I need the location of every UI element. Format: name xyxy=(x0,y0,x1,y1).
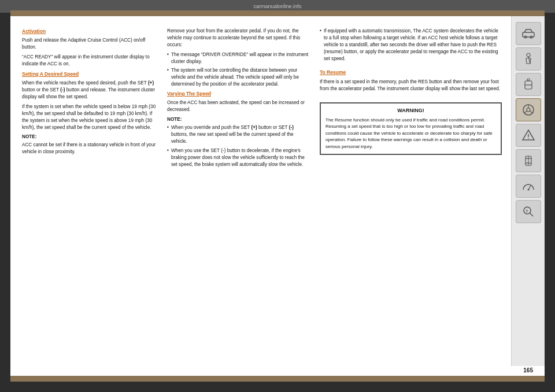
bullet-item-3: • When you override and push the SET (+)… xyxy=(167,124,310,145)
middle-column: Remove your foot from the accelerator pe… xyxy=(167,28,310,357)
svg-text:?: ? xyxy=(526,209,528,213)
note-heading-left: NOTE: xyxy=(22,134,158,140)
page-number: 165 xyxy=(523,367,533,373)
child-seat-icon[interactable] xyxy=(516,73,541,96)
right-bullet-item-1: • If equipped with a automatic transmiss… xyxy=(320,28,502,62)
to-resume-para: If there is a set speed in the memory, p… xyxy=(320,79,502,93)
setting-para1: When the vehicle reaches the speed desir… xyxy=(22,80,158,101)
varying-heading: Varying The Speed xyxy=(167,90,310,97)
remove-foot-para: Remove your foot from the accelerator pe… xyxy=(167,28,310,49)
svg-point-14 xyxy=(528,138,529,139)
person-seatbelt-icon[interactable] xyxy=(516,47,541,71)
setting-para2: If the system is set when the vehicle sp… xyxy=(22,103,158,131)
activation-para2: “ACC READY” will appear in the instrumen… xyxy=(22,54,158,68)
page-number-area: 165 xyxy=(10,366,545,376)
footer-text: carmanualonline.info xyxy=(253,3,301,9)
warning-triangle-icon[interactable] xyxy=(516,124,541,147)
top-bar xyxy=(10,10,545,16)
setting-heading: Setting A Desired Speed xyxy=(22,71,158,77)
bullet-dot-2: • xyxy=(167,67,169,88)
bullet-dot-4: • xyxy=(167,147,169,168)
left-column: Activation Push and release the Adaptive… xyxy=(22,28,158,357)
svg-point-9 xyxy=(527,108,530,112)
bullet-text-4: When you use the SET (-) button to decel… xyxy=(171,147,310,168)
bullet-text-1: The message “DRIVER OVERRIDE” will appea… xyxy=(171,51,310,65)
bullet-text-3: When you override and push the SET (+) b… xyxy=(171,124,310,145)
to-resume-section: To Resume If there is a set speed in the… xyxy=(320,69,502,95)
right-bullet-dot-1: • xyxy=(320,28,321,62)
car-side-icon[interactable] xyxy=(516,22,541,45)
svg-point-20 xyxy=(527,189,529,191)
right-bullet-text-1: If equipped with a automatic transmissio… xyxy=(324,28,502,62)
note-heading-mid: NOTE: xyxy=(167,116,310,123)
steering-wheel-icon[interactable] xyxy=(516,98,541,121)
activation-heading: Activation xyxy=(22,28,158,35)
right-column: • If equipped with a automatic transmiss… xyxy=(320,28,502,357)
varying-para: Once the ACC has been activated, the spe… xyxy=(167,99,310,113)
search-icon[interactable]: ? xyxy=(516,200,541,223)
note-text-left: ACC cannot be set if there is a stationa… xyxy=(22,142,158,156)
bullet-text-2: The system will not be controlling the d… xyxy=(171,67,310,88)
to-resume-heading: To Resume xyxy=(320,69,502,76)
svg-point-3 xyxy=(527,53,530,57)
warning-box: WARNING! The Resume function should only… xyxy=(320,102,502,155)
bullet-item-1: • The message “DRIVER OVERRIDE” will app… xyxy=(167,51,310,65)
svg-line-11 xyxy=(524,111,527,113)
svg-line-12 xyxy=(530,111,532,113)
bullet-item-2: • The system will not be controlling the… xyxy=(167,67,310,88)
warning-title: WARNING! xyxy=(325,107,496,114)
main-content: Activation Push and release the Adaptive… xyxy=(10,16,511,366)
content-area: Activation Push and release the Adaptive… xyxy=(10,16,545,366)
warning-text: The Resume function should only be used … xyxy=(325,117,496,150)
svg-line-22 xyxy=(530,213,533,217)
svg-point-6 xyxy=(527,79,530,81)
bottom-bar xyxy=(10,376,545,382)
activation-para1: Push and release the Adaptive Cruise Con… xyxy=(22,37,158,51)
bullet-dot-1: • xyxy=(167,51,169,65)
page-container: Activation Push and release the Adaptive… xyxy=(10,10,545,382)
tools-icon[interactable] xyxy=(516,149,541,172)
bullet-item-4: • When you use the SET (-) button to dec… xyxy=(167,147,310,168)
sidebar: ? xyxy=(511,16,545,366)
gauge-icon[interactable] xyxy=(516,175,541,198)
bullet-dot-3: • xyxy=(167,124,169,145)
